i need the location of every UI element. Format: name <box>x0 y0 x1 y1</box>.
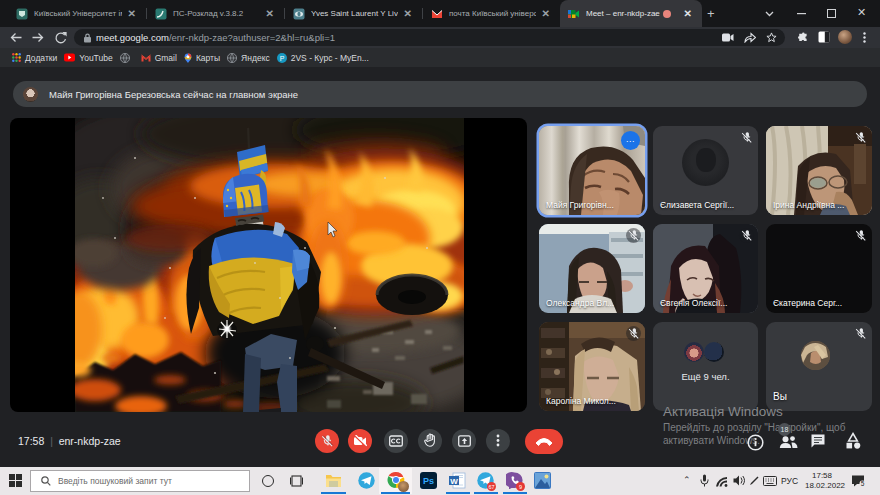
svg-text:5: 5 <box>861 480 865 487</box>
svg-text:P: P <box>279 54 284 61</box>
svg-text:W: W <box>450 477 458 486</box>
